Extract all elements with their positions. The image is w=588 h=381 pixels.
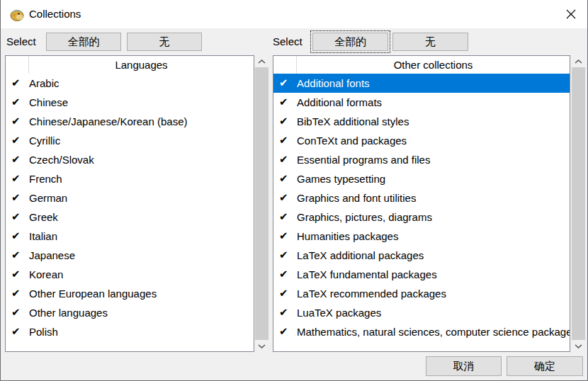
- list-item-label: Additional formats: [297, 93, 570, 112]
- other-collections-scrollbar[interactable]: [572, 55, 585, 352]
- list-item-label: Cyrillic: [29, 131, 254, 150]
- select-all-button-left[interactable]: 全部的: [46, 33, 121, 51]
- check-icon: ✔: [273, 227, 297, 246]
- check-icon: ✔: [6, 150, 29, 169]
- list-item[interactable]: ✔Other languages: [6, 303, 254, 322]
- collections-dialog: Collections Select 全部的 无 Select 全部的 无 La…: [0, 0, 588, 381]
- list-item-label: LuaTeX packages: [297, 303, 570, 322]
- list-item[interactable]: ✔Humanities packages: [273, 227, 570, 246]
- list-item-label: Essential programs and files: [297, 150, 570, 169]
- select-none-button-right[interactable]: 无: [392, 33, 468, 51]
- select-label-right: Select: [273, 33, 303, 51]
- list-item-label: ConTeXt and packages: [297, 131, 570, 150]
- list-item[interactable]: ✔ConTeXt and packages: [273, 131, 570, 150]
- list-item[interactable]: ✔Other European languages: [6, 284, 254, 303]
- select-all-button-right[interactable]: 全部的: [312, 33, 388, 51]
- list-item[interactable]: ✔LaTeX additional packages: [273, 246, 570, 265]
- check-icon: ✔: [273, 169, 297, 188]
- other-collections-rows: ✔Additional fonts✔Additional formats✔Bib…: [273, 74, 570, 351]
- check-icon: ✔: [273, 93, 297, 112]
- check-icon: ✔: [6, 131, 29, 150]
- check-icon: ✔: [273, 112, 297, 131]
- list-item-label: LaTeX recommended packages: [297, 284, 570, 303]
- languages-rows: ✔Arabic✔Chinese✔Chinese/Japanese/Korean …: [6, 74, 254, 351]
- list-item[interactable]: ✔Graphics, pictures, diagrams: [273, 207, 570, 227]
- check-icon: ✔: [6, 74, 29, 93]
- list-item-label: Chinese/Japanese/Korean (base): [29, 112, 254, 131]
- check-icon: ✔: [6, 322, 29, 341]
- check-icon: ✔: [6, 284, 29, 303]
- list-item-label: Arabic: [29, 74, 254, 93]
- check-icon: ✔: [273, 265, 297, 284]
- check-icon: ✔: [6, 169, 29, 188]
- list-item-label: Graphics and font utilities: [297, 188, 570, 207]
- other-collections-list: Other collections ✔Additional fonts✔Addi…: [273, 55, 570, 352]
- check-icon: ✔: [273, 150, 297, 169]
- check-icon: ✔: [6, 303, 29, 322]
- list-item[interactable]: ✔Chinese: [6, 93, 254, 112]
- list-item-label: Japanese: [29, 246, 254, 265]
- scrollbar-thumb[interactable]: [572, 67, 585, 340]
- list-item[interactable]: ✔Essential programs and files: [273, 150, 570, 169]
- close-button[interactable]: [555, 0, 587, 28]
- list-item[interactable]: ✔Polish: [6, 322, 254, 341]
- list-item[interactable]: ✔LaTeX fundamental packages: [273, 265, 570, 284]
- list-item[interactable]: ✔Mathematics, natural sciences, computer…: [273, 322, 570, 341]
- list-item-label: BibTeX additional styles: [297, 112, 570, 131]
- list-item[interactable]: ✔Italian: [6, 227, 254, 246]
- list-item-label: Greek: [29, 207, 254, 227]
- languages-scrollbar[interactable]: [255, 55, 268, 352]
- check-icon: ✔: [273, 303, 297, 322]
- list-item[interactable]: ✔Czech/Slovak: [6, 150, 254, 169]
- list-item-label: Games typesetting: [297, 169, 570, 188]
- scroll-up-icon[interactable]: [255, 55, 268, 67]
- cancel-button[interactable]: 取消: [426, 356, 502, 376]
- scrollbar-thumb[interactable]: [255, 67, 268, 340]
- list-item[interactable]: ✔Additional fonts: [273, 74, 570, 93]
- list-item-label: LaTeX additional packages: [297, 246, 570, 265]
- check-icon: ✔: [273, 188, 297, 207]
- check-icon: ✔: [6, 188, 29, 207]
- scroll-up-icon[interactable]: [572, 55, 585, 67]
- list-item[interactable]: ✔Japanese: [6, 246, 254, 265]
- window-title: Collections: [29, 0, 81, 28]
- list-item-label: Other languages: [29, 303, 254, 322]
- scroll-down-icon[interactable]: [255, 340, 268, 352]
- check-icon: ✔: [6, 246, 29, 265]
- scroll-down-icon[interactable]: [572, 340, 585, 352]
- list-item[interactable]: ✔BibTeX additional styles: [273, 112, 570, 131]
- select-none-button-left[interactable]: 无: [127, 33, 202, 51]
- list-item[interactable]: ✔Additional formats: [273, 93, 570, 112]
- languages-list: Languages ✔Arabic✔Chinese✔Chinese/Japane…: [5, 55, 254, 352]
- list-item[interactable]: ✔Cyrillic: [6, 131, 254, 150]
- list-item-label: French: [29, 169, 254, 188]
- languages-header-title: Languages: [29, 56, 254, 74]
- list-item-label: LaTeX fundamental packages: [297, 265, 570, 284]
- title-bar: Collections: [1, 0, 587, 28]
- check-icon: ✔: [273, 131, 297, 150]
- other-collections-header-title: Other collections: [297, 56, 570, 74]
- check-icon: ✔: [6, 265, 29, 284]
- list-item[interactable]: ✔LaTeX recommended packages: [273, 284, 570, 303]
- list-item[interactable]: ✔French: [6, 169, 254, 188]
- ok-button[interactable]: 确定: [507, 356, 583, 376]
- list-item[interactable]: ✔German: [6, 188, 254, 207]
- check-icon: ✔: [6, 227, 29, 246]
- check-icon: ✔: [6, 112, 29, 131]
- list-item-label: Graphics, pictures, diagrams: [297, 207, 570, 227]
- list-item[interactable]: ✔Games typesetting: [273, 169, 570, 188]
- select-label-left: Select: [6, 33, 36, 51]
- list-item[interactable]: ✔Arabic: [6, 74, 254, 93]
- list-item[interactable]: ✔Chinese/Japanese/Korean (base): [6, 112, 254, 131]
- texlive-lion-icon: [9, 6, 25, 22]
- check-icon: ✔: [273, 322, 297, 341]
- list-item[interactable]: ✔LuaTeX packages: [273, 303, 570, 322]
- list-item-label: Chinese: [29, 93, 254, 112]
- list-item[interactable]: ✔Korean: [6, 265, 254, 284]
- list-item[interactable]: ✔Greek: [6, 207, 254, 227]
- list-item-label: Mathematics, natural sciences, computer …: [297, 322, 570, 341]
- check-icon: ✔: [273, 207, 297, 227]
- list-item[interactable]: ✔Graphics and font utilities: [273, 188, 570, 207]
- list-item-label: German: [29, 188, 254, 207]
- check-icon: ✔: [273, 284, 297, 303]
